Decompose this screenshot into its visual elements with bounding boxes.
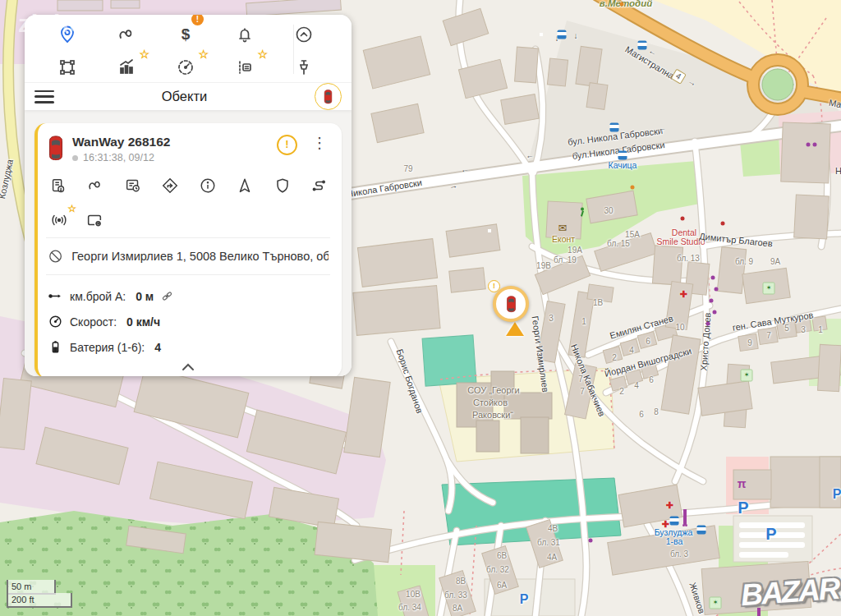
distance-icon — [48, 288, 63, 304]
housenumber: 2 — [612, 353, 617, 362]
menu-button[interactable] — [34, 90, 54, 103]
pin-button[interactable] — [274, 57, 333, 77]
street-label: Н — [835, 166, 841, 176]
housenumber: бл. 33 — [444, 591, 467, 600]
device-timestamp: 16:31:38, 09/12 — [83, 152, 154, 163]
side-panel: $ ! — [25, 15, 352, 376]
oneway-arrow-icon: ← — [525, 150, 534, 160]
top-toolbar: $ ! — [25, 15, 352, 82]
panel-content: WanWay 268162 16:31:38, 09/12 ! ⋮ — [25, 110, 352, 376]
location-pin-icon — [57, 25, 77, 44]
billing-button[interactable]: $ ! — [156, 25, 215, 44]
housenumber: 3 — [549, 314, 554, 323]
navigate-button[interactable] — [161, 177, 179, 195]
window-gear-icon — [85, 211, 103, 229]
housenumber: 6 — [649, 375, 654, 384]
follow-button[interactable] — [236, 177, 254, 195]
poi-label: Еконт — [552, 234, 575, 244]
housenumber: 4В — [548, 524, 558, 533]
security-button[interactable] — [273, 177, 292, 195]
poi-dot-icon — [721, 222, 725, 226]
device-name: WanWay 268162 — [72, 135, 277, 149]
car-icon — [323, 89, 333, 104]
housenumber: 1 — [581, 317, 586, 326]
info-button[interactable] — [199, 177, 217, 195]
picnic-site-icon: π — [738, 477, 747, 490]
live-signal-button[interactable]: ☆ — [49, 212, 69, 228]
housenumber: бл. 3 — [670, 549, 688, 559]
oneway-arrow-icon: ← — [460, 164, 470, 174]
street-label: Ма — [828, 98, 841, 109]
chevron-up-circle-icon — [294, 25, 314, 44]
trip-button[interactable] — [310, 177, 329, 195]
poi-dot-icon — [681, 217, 685, 221]
housenumber: 5 — [784, 324, 789, 333]
oneway-arrow-icon: ↓ — [574, 31, 578, 40]
device-card[interactable]: WanWay 268162 16:31:38, 09/12 ! ⋮ — [34, 123, 342, 376]
report-button[interactable] — [49, 177, 67, 195]
housenumber: 6 — [646, 337, 650, 346]
panel-header: Обекти — [25, 82, 352, 110]
bus-stop-icon — [638, 41, 647, 50]
housenumber: 10 — [675, 323, 684, 332]
poi-dot-icon — [620, 2, 624, 7]
star-icon: ☆ — [257, 48, 268, 61]
link-icon[interactable] — [160, 289, 174, 303]
directions-icon — [161, 177, 179, 195]
tasks-button[interactable]: ☆ — [215, 57, 274, 77]
supermarket-icon — [757, 608, 761, 616]
shop-dot-icon — [713, 310, 717, 315]
collapse-toolbar-button[interactable] — [274, 25, 333, 44]
status-dot-icon — [72, 155, 78, 161]
vehicle-avatar-button[interactable] — [315, 83, 342, 110]
vehicle-marker[interactable]: ! — [493, 286, 529, 322]
parking-icon: P — [520, 592, 529, 607]
playground-icon: ✶ — [763, 283, 775, 295]
school-label: Стойков — [473, 398, 508, 407]
tracks-button[interactable] — [97, 25, 156, 44]
alert-status-button[interactable]: ! — [277, 135, 297, 155]
shop-dot-icon — [813, 143, 817, 147]
housenumber: 8 — [654, 407, 659, 416]
housenumber: 7 — [580, 387, 585, 396]
history-report-button[interactable] — [124, 177, 142, 195]
device-actions-row2: ☆ — [49, 211, 329, 229]
reports-button[interactable]: ☆ — [97, 57, 156, 77]
fitness-icon — [581, 208, 584, 217]
supermarket-icon — [683, 509, 687, 525]
dashboard-button[interactable]: ☆ — [156, 57, 215, 77]
housenumber: 4 — [634, 381, 639, 390]
address-row[interactable]: Георги Измирлиев 1, 5008 Велико Търново,… — [46, 246, 330, 266]
housenumber: 10В — [406, 590, 420, 599]
device-settings-button[interactable] — [85, 211, 103, 229]
bell-icon — [235, 25, 255, 44]
oneway-arrow-icon: ← — [657, 123, 666, 133]
bus-stop-icon — [558, 30, 567, 39]
housenumber: 8В — [456, 577, 466, 586]
housenumber: 6В — [497, 551, 507, 560]
more-menu-button[interactable]: ⋮ — [309, 135, 330, 152]
parking-icon: P — [833, 487, 841, 502]
collapse-card-button[interactable] — [46, 360, 330, 373]
notifications-button[interactable] — [215, 25, 274, 44]
housenumber: 9 — [747, 338, 752, 347]
geofence-button[interactable] — [38, 57, 97, 77]
notification-badge: ! — [191, 15, 204, 25]
track-button[interactable] — [86, 177, 104, 195]
housenumber: 4А — [547, 553, 557, 562]
bus-stop-icon — [697, 526, 706, 535]
housenumber: 19А — [568, 246, 582, 255]
route-icon — [117, 25, 136, 44]
shop-dot-icon — [589, 539, 593, 543]
housenumber: бл. 31 — [537, 538, 560, 547]
bus-stop-icon — [670, 517, 679, 526]
oneway-arrow-icon: → — [570, 147, 579, 157]
parking-icon: P — [738, 499, 748, 517]
housenumber: 19В — [536, 261, 551, 270]
star-icon: ☆ — [198, 48, 209, 61]
monitoring-button[interactable] — [38, 25, 97, 44]
bus-stop-label: 1-ва — [666, 536, 683, 546]
housenumber: 6 — [639, 410, 644, 419]
car-icon — [505, 295, 517, 313]
marker-alert-badge: ! — [488, 280, 500, 292]
